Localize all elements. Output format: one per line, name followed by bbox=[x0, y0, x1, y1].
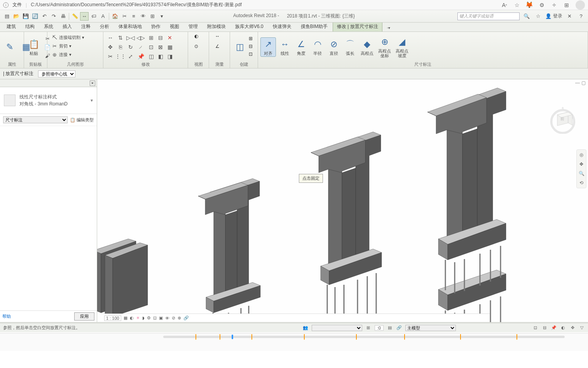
sun-path-icon[interactable]: ☀ bbox=[136, 315, 140, 321]
crop-visible-icon[interactable]: ▣ bbox=[159, 315, 163, 321]
extension-fox-icon[interactable]: 🦊 bbox=[526, 2, 533, 9]
cope-button[interactable]: ⛏连接端切割 ▾ bbox=[50, 33, 86, 41]
section-icon[interactable]: ✂ bbox=[120, 12, 129, 21]
workset-select[interactable] bbox=[312, 325, 362, 331]
offset-icon[interactable]: ⇅ bbox=[116, 33, 125, 42]
redo-icon[interactable]: ↷ bbox=[49, 12, 58, 21]
trim-icon[interactable]: ⟋ bbox=[136, 43, 145, 51]
playhead[interactable] bbox=[232, 335, 233, 339]
mirror-pick-icon[interactable]: ▷◁ bbox=[126, 33, 135, 42]
help-icon[interactable]: ? bbox=[577, 12, 585, 21]
unhide-icon[interactable]: 👁 bbox=[165, 316, 169, 321]
measure-icon-2[interactable]: ∠ bbox=[215, 44, 224, 52]
reference-select[interactable]: 参照墙中心线 bbox=[38, 70, 75, 77]
steering-wheel-icon[interactable]: ◎ bbox=[579, 152, 583, 158]
viewport-minimize-icon[interactable]: — bbox=[575, 80, 580, 86]
instance-filter-select[interactable]: 尺寸标注 bbox=[3, 116, 68, 123]
temp-hide-icon[interactable]: ⊘ bbox=[172, 315, 175, 321]
create-icon-1[interactable]: ⊞ bbox=[249, 36, 256, 43]
tab-family-lib[interactable]: 族库大师V6.0 bbox=[231, 21, 268, 32]
dim-spot-slope-button[interactable]: ◢高程点 坡度 bbox=[394, 35, 410, 59]
create-similar-button[interactable]: ◫ bbox=[232, 40, 247, 54]
sel-face-icon[interactable]: ◐ bbox=[560, 325, 566, 331]
grid-icon-2[interactable]: ⊟ bbox=[156, 33, 165, 42]
shadows-icon[interactable]: ◗ bbox=[142, 315, 145, 321]
grid-icon-6[interactable]: ◫ bbox=[147, 52, 155, 61]
switch-window-icon[interactable]: ⊞ bbox=[148, 12, 157, 21]
grid-icon-1[interactable]: ⊞ bbox=[147, 33, 155, 42]
sel-link-icon[interactable]: ⊡ bbox=[532, 325, 538, 331]
save-icon[interactable]: 💾 bbox=[21, 12, 30, 21]
tab-insert[interactable]: 插入 bbox=[58, 21, 76, 32]
copy-mod-icon[interactable]: ⎘ bbox=[116, 43, 125, 51]
profile-avatar[interactable] bbox=[576, 0, 585, 10]
sel-drag-icon[interactable]: ✥ bbox=[569, 325, 576, 331]
dim-spot-coord-button[interactable]: ⊕高程点 坐标 bbox=[377, 35, 393, 59]
create-icon-2[interactable]: ⊟ bbox=[249, 44, 256, 51]
select-links-icon[interactable]: 🔗 bbox=[396, 325, 402, 331]
tab-annotate[interactable]: 注释 bbox=[77, 21, 95, 32]
grid-icon-5[interactable]: ▦ bbox=[166, 43, 174, 51]
app-menu-icon[interactable]: ▤ bbox=[3, 12, 11, 21]
measure-icon-1[interactable]: ↔ bbox=[215, 33, 224, 42]
exchange-icon[interactable]: ✕ bbox=[565, 12, 574, 21]
dim-diameter-button[interactable]: ⊘直径 bbox=[326, 38, 341, 56]
viewcube[interactable]: 前 北 bbox=[549, 107, 576, 134]
main-model-select[interactable]: 主模型 bbox=[405, 325, 456, 331]
type-selector[interactable]: 线性尺寸标注样式 对角线 - 3mm RomanD ▾ bbox=[0, 87, 97, 114]
tag-icon[interactable]: 🏷 bbox=[89, 12, 98, 21]
tab-quickclip[interactable]: 快速弹夹 bbox=[269, 21, 296, 32]
sel-underlay-icon[interactable]: ⊟ bbox=[541, 325, 548, 331]
read-aloud-icon[interactable]: A» bbox=[501, 2, 508, 9]
orbit-icon[interactable]: ⟲ bbox=[579, 180, 583, 186]
type-dropdown-icon[interactable]: ▾ bbox=[91, 98, 93, 103]
tab-structure[interactable]: 结构 bbox=[21, 21, 39, 32]
dim-aligned-button[interactable]: ↗对齐 bbox=[260, 37, 276, 57]
dim-arc-button[interactable]: ⌒弧长 bbox=[343, 38, 358, 56]
open-icon[interactable]: 📂 bbox=[12, 12, 21, 21]
tab-systems[interactable]: 系统 bbox=[40, 21, 58, 32]
collections-icon[interactable]: ⊞ bbox=[563, 2, 570, 9]
grid-icon-7[interactable]: ◧ bbox=[156, 52, 165, 61]
favorite-star-icon[interactable]: ☆ bbox=[513, 2, 520, 9]
sync-icon[interactable]: 🔄 bbox=[31, 12, 39, 21]
analytical-icon[interactable]: ⊕ bbox=[178, 315, 181, 321]
sel-pinned-icon[interactable]: 📌 bbox=[551, 325, 557, 331]
tab-massing[interactable]: 体量和场地 bbox=[114, 21, 146, 32]
crop-icon[interactable]: ⊡ bbox=[153, 315, 157, 321]
rotate-icon[interactable]: ↻ bbox=[126, 43, 135, 51]
thin-lines-icon[interactable]: ≡ bbox=[129, 12, 138, 21]
close-palette-icon[interactable]: ✕ bbox=[90, 81, 95, 86]
print-icon[interactable]: 🖶 bbox=[59, 12, 67, 21]
filter-icon[interactable]: ▽ bbox=[579, 325, 585, 331]
rendering-icon[interactable]: ⚙ bbox=[147, 315, 151, 321]
pan-icon[interactable]: ✥ bbox=[579, 161, 583, 167]
create-icon-3[interactable]: ⊡ bbox=[249, 51, 256, 58]
del-icon[interactable]: ✕ bbox=[166, 33, 174, 42]
grid-icon-8[interactable]: ◨ bbox=[166, 52, 174, 61]
help-search-input[interactable]: 键入关键字或短语 bbox=[457, 12, 520, 20]
dim-angular-button[interactable]: ∠角度 bbox=[294, 38, 309, 56]
scale-icon[interactable]: ⤢ bbox=[126, 52, 135, 61]
measure-icon[interactable]: 📏 bbox=[71, 12, 79, 21]
tab-view[interactable]: 视图 bbox=[166, 21, 183, 32]
zoom-icon[interactable]: 🔍 bbox=[579, 171, 585, 176]
constraints-icon[interactable]: 🔗 bbox=[183, 315, 189, 321]
scale-value[interactable]: 1 : 100 bbox=[104, 315, 121, 321]
tab-analyze[interactable]: 分析 bbox=[96, 21, 113, 32]
3d-view-icon[interactable]: 🏠 bbox=[111, 12, 119, 21]
dim-spot-elev-button[interactable]: ◆高程点 bbox=[359, 38, 375, 56]
pin-icon[interactable]: 📌 bbox=[136, 52, 145, 61]
modify-button[interactable]: ✎ bbox=[2, 40, 17, 54]
tab-manage[interactable]: 管理 bbox=[184, 21, 202, 32]
grid-icon-4[interactable]: ⊠ bbox=[156, 43, 165, 51]
align-icon[interactable]: ↔ bbox=[106, 33, 115, 42]
close-hidden-icon[interactable]: 👁 bbox=[139, 12, 147, 21]
grid-icon-3[interactable]: ⊡ bbox=[147, 43, 155, 51]
properties-help-link[interactable]: 帮助 bbox=[2, 314, 11, 319]
tab-collab[interactable]: 协作 bbox=[147, 21, 165, 32]
view-icon-1[interactable]: ◐ bbox=[194, 33, 203, 42]
detail-level-icon[interactable]: ▦ bbox=[124, 315, 127, 321]
cut-geometry-button[interactable]: ✂剪切 ▾ bbox=[50, 42, 73, 50]
apply-button[interactable]: 应用 bbox=[74, 312, 94, 321]
